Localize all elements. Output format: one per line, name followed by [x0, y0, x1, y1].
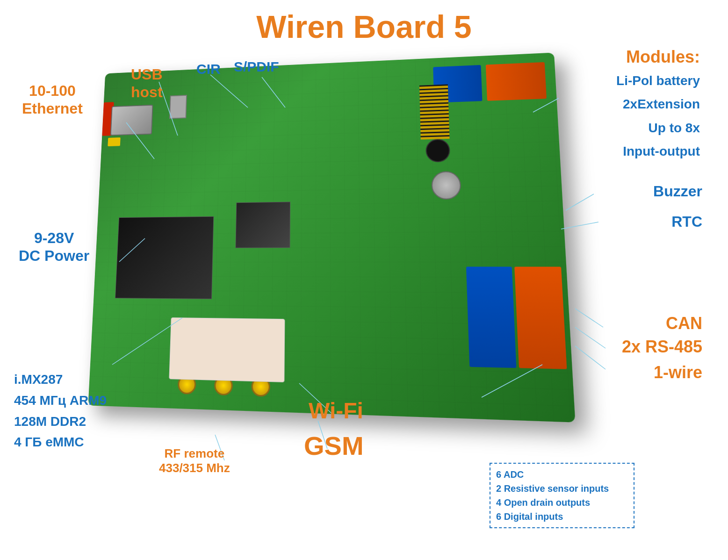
blue-connectors-right — [466, 267, 516, 368]
wifi-label: Wi-Fi — [309, 397, 363, 424]
can-label: CAN — [666, 313, 702, 333]
main-chip — [115, 216, 214, 299]
modules-header-label: Modules: — [626, 47, 700, 67]
page-container: Wiren Board 5 — [0, 0, 728, 560]
header-pins — [419, 84, 450, 139]
yellow-component — [108, 137, 120, 146]
usb-label: USBhost — [131, 65, 163, 101]
open-drain-label: 4 Open drain outputs — [496, 495, 628, 510]
orange-connectors-top — [486, 62, 547, 101]
gsm-module — [169, 317, 285, 382]
secondary-chip — [235, 202, 290, 248]
svg-line-8 — [575, 327, 605, 348]
ethernet-label: 10-10010-100 EthernetEthernet — [22, 82, 83, 118]
svg-line-5 — [566, 194, 594, 210]
orange-connectors-right — [514, 267, 567, 369]
specs-label: i.MX287 454 МГц ARM9 128M DDR2 4 ГБ eMMC — [14, 369, 107, 453]
main-title: Wiren Board 5 — [256, 8, 471, 45]
svg-line-7 — [575, 309, 603, 327]
adc-box: 6 ADC 2 Resistive sensor inputs 4 Open d… — [490, 463, 634, 528]
rtc-label: RTC — [671, 213, 702, 230]
dc-power-label: 9-28VDC Power — [19, 229, 89, 265]
modules-list-label: Li-Pol battery 2xExtension Up to 8x Inpu… — [616, 69, 700, 164]
buzzer-label: Buzzer — [653, 182, 702, 200]
rf-remote-label: RF remote433/315 Mhz — [159, 446, 230, 475]
resistive-label: 2 Resistive sensor inputs — [496, 481, 628, 495]
gsm-label: GSM — [304, 430, 364, 461]
board-image — [88, 52, 575, 422]
buzzer-component — [425, 139, 450, 163]
usb-port — [169, 95, 187, 119]
svg-line-9 — [575, 346, 605, 369]
one-wire-label: 1-wire — [654, 362, 702, 382]
adc-6-label: 6 ADC — [496, 467, 628, 481]
rs485-label: 2x RS-485 — [622, 337, 702, 357]
spdif-label: S/PDIF — [234, 58, 279, 75]
digital-label: 6 Digital inputs — [496, 510, 628, 524]
svg-line-6 — [561, 222, 598, 229]
ethernet-port — [110, 105, 153, 136]
cir-label: CIR — [196, 61, 221, 78]
rtc-battery — [431, 171, 461, 200]
